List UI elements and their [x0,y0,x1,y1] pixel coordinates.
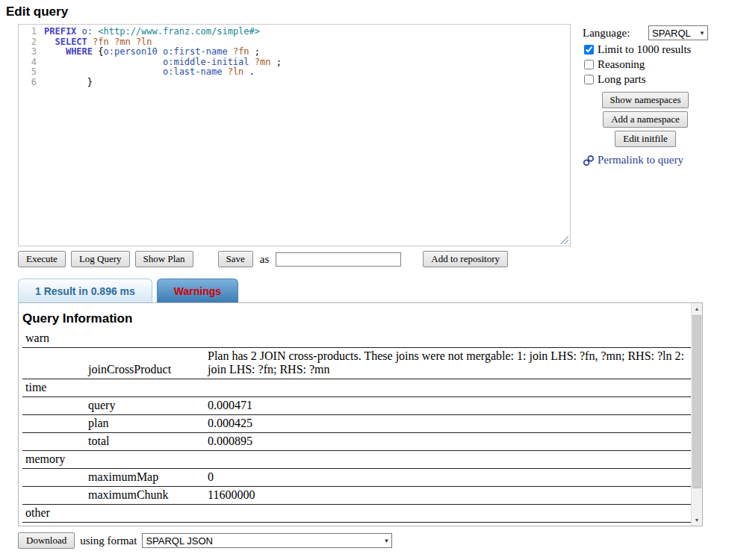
query-information-table: warnjoinCrossProductPlan has 2 JOIN cros… [22,330,691,526]
checkbox-label: Long parts [598,73,646,86]
log-query-button[interactable]: Log Query [71,251,130,267]
add-to-repository-button[interactable]: Add to repository [423,251,508,267]
editor-resize-handle[interactable] [559,235,568,244]
add-a-namespace-button[interactable]: Add a namespace [603,111,688,128]
checkbox-input-long-parts[interactable] [584,75,594,84]
table-value: 0 [208,470,691,484]
scroll-down-icon[interactable]: ▼ [692,514,702,526]
format-select[interactable]: SPARQL JSON ▼ [142,533,392,548]
table-section-other: other [22,505,691,523]
table-row-maximummap: maximumMap0 [22,469,691,487]
scrollbar-thumb[interactable] [692,315,701,488]
table-key: total [88,435,208,448]
save-button[interactable]: Save [218,251,253,267]
query-information-heading: Query Information [22,311,691,326]
permalink-label: Permalink to query [598,154,683,167]
table-row-maximumchunk: maximumChunk11600000 [22,487,691,505]
table-row-verb: verbselect [22,523,691,526]
query-information-panel: Query Information warnjoinCrossProductPl… [19,303,691,526]
table-value: 0.000895 [208,435,691,448]
table-key: query [88,399,208,412]
table-row-query: query0.000471 [22,397,691,415]
query-toolbar: Execute Log Query Show Plan Save as Add … [18,251,729,267]
results-panel: Query Information warnjoinCrossProductPl… [18,302,703,526]
table-value: 0.000471 [208,399,691,412]
code-text: WHERE {o:person10 o:first-name ?fn ; [44,47,260,57]
query-editor-code[interactable]: 1PREFIX o: <http://www.franz.com/simple#… [19,27,570,88]
table-value: Plan has 2 JOIN cross-products. These jo… [208,349,691,376]
permalink-chain-icon [583,155,595,167]
table-value: 11600000 [208,488,691,502]
checkbox-label: Limit to 1000 results [598,43,691,56]
line-number: 1 [19,27,44,37]
download-button[interactable]: Download [18,532,75,549]
table-row-joincrossproduct: joinCrossProductPlan has 2 JOIN cross-pr… [22,348,691,379]
table-key: maximumMap [88,470,208,484]
language-label: Language: [583,27,630,40]
namespace-buttons: Show namespacesAdd a namespaceEdit initf… [583,92,708,147]
using-format-label: using format [80,535,137,547]
table-value: 0.000425 [208,417,691,430]
tab-1-result-in-0-896-ms[interactable]: 1 Result in 0.896 ms [18,279,152,302]
code-line: 5 o:last-name ?ln . [19,67,570,78]
format-select-value: SPARQL JSON [146,535,213,547]
code-line: 2 SELECT ?fn ?mn ?ln [19,37,570,48]
show-namespaces-button[interactable]: Show namespaces [602,92,689,108]
language-select[interactable]: SPARQL ▼ [648,25,708,40]
line-number: 3 [19,47,44,57]
code-line: 3 WHERE {o:person10 o:first-name ?fn ; [19,47,570,57]
query-editor[interactable]: 1PREFIX o: <http://www.franz.com/simple#… [18,24,571,246]
line-number: 5 [19,67,44,78]
vertical-scrollbar[interactable]: ▲ ▼ [691,303,702,526]
download-bar: Download using format SPARQL JSON ▼ [18,532,729,549]
edit-query-page: Edit query 1PREFIX o: <http://www.franz.… [0,4,729,549]
table-row-total: total0.000895 [22,433,691,451]
table-key: verb [88,524,208,526]
edit-initfile-button[interactable]: Edit initfile [615,131,676,147]
checkbox-reasoning[interactable]: Reasoning [584,58,708,71]
code-line: 1PREFIX o: <http://www.franz.com/simple#… [19,27,570,37]
save-as-label: as [260,253,270,266]
checkbox-long-parts[interactable]: Long parts [584,73,708,86]
line-number: 6 [19,78,44,88]
show-plan-button[interactable]: Show Plan [135,251,193,267]
code-text: o:middle-initial ?mn ; [44,57,282,68]
table-section-memory: memory [22,451,691,469]
dropdown-arrow-icon: ▼ [384,538,390,544]
checkbox-label: Reasoning [598,58,645,71]
checkbox-limit-to-1000-results[interactable]: Limit to 1000 results [584,43,708,56]
page-title: Edit query [6,4,729,19]
line-number: 4 [19,57,44,68]
table-key: plan [88,417,208,430]
table-value: select [208,524,691,526]
code-text: PREFIX o: <http://www.franz.com/simple#> [44,27,260,37]
table-section-time: time [22,379,691,397]
line-number: 2 [19,37,44,48]
dropdown-arrow-icon: ▼ [699,30,705,37]
code-text: } [44,78,93,88]
table-row-plan: plan0.000425 [22,415,691,433]
language-select-value: SPARQL [652,28,691,39]
checkbox-input-limit-to-1000-results[interactable] [584,45,594,55]
code-line: 6 } [19,78,570,88]
option-checkboxes: Limit to 1000 resultsReasoningLong parts [583,43,708,86]
permalink-link[interactable]: Permalink to query [583,154,708,167]
scroll-up-icon[interactable]: ▲ [692,303,702,314]
checkbox-input-reasoning[interactable] [584,60,594,69]
query-options-panel: Language: SPARQL ▼ Limit to 1000 results… [583,24,708,167]
execute-button[interactable]: Execute [18,251,66,267]
result-tabs: 1 Result in 0.896 msWarnings [18,279,729,302]
code-line: 4 o:middle-initial ?mn ; [19,57,570,68]
table-key: maximumChunk [88,488,208,502]
tab-warnings[interactable]: Warnings [157,279,238,302]
code-text: o:last-name ?ln . [44,67,255,78]
table-section-warn: warn [22,330,691,348]
table-key: joinCrossProduct [88,363,208,376]
save-name-input[interactable] [276,252,401,267]
code-text: SELECT ?fn ?mn ?ln [44,37,152,48]
